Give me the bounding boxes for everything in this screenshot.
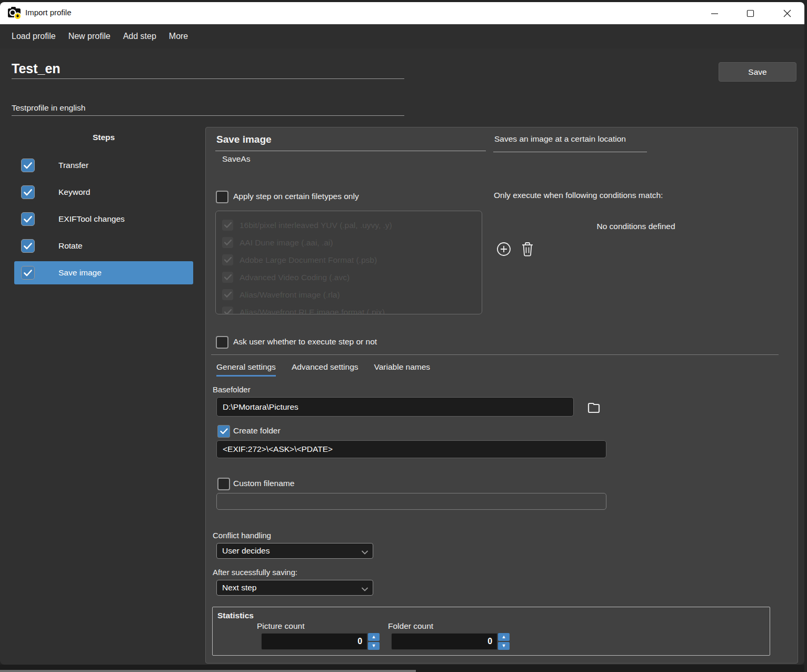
step-editor-panel: Save image SaveAs Saves an image at a ce… <box>205 127 798 664</box>
picture-count-spinner: 0 ▲ ▼ <box>261 633 380 650</box>
menu-more[interactable]: More <box>169 32 188 41</box>
step-label-keyword: Keyword <box>58 187 90 197</box>
apply-filetypes-checkbox[interactable] <box>216 191 228 203</box>
step-row-save-image[interactable]: Save image <box>14 261 193 284</box>
folder-pattern-input[interactable]: <EXIF:272>\<ASK>\<PDATE> <box>216 440 606 458</box>
filetype-item: AAI Dune image (.aai, .ai) <box>222 234 482 251</box>
step-label-save-image: Save image <box>58 268 102 278</box>
tab-advanced-settings[interactable]: Advanced settings <box>292 362 358 377</box>
filetype-item: Alias/Wavefront image (.rla) <box>222 286 482 303</box>
titlebar: Import profile <box>0 2 804 24</box>
close-button[interactable] <box>775 2 799 24</box>
ask-user-label: Ask user whether to execute step or not <box>233 337 377 347</box>
delete-condition-button[interactable] <box>520 241 535 257</box>
profile-description-input[interactable]: Testprofile in english <box>12 100 404 116</box>
conflict-handling-select[interactable]: User decides <box>216 543 373 559</box>
step-checkbox-transfer[interactable] <box>21 159 35 172</box>
tab-general-settings[interactable]: General settings <box>216 362 276 377</box>
filetype-item: Alias/Wavefront RLE image format (.pix) <box>222 303 482 314</box>
desktop-background-right <box>804 0 807 672</box>
folder-count-down-button[interactable]: ▼ <box>498 642 510 650</box>
conflict-handling-value: User decides <box>222 546 270 556</box>
step-row-keyword[interactable]: Keyword <box>14 181 193 204</box>
ask-user-checkbox[interactable] <box>216 336 228 349</box>
spin-down-icon: ▼ <box>502 644 506 648</box>
statistics-groupbox: Statistics Picture count 0 ▲ ▼ Folder co… <box>212 607 770 656</box>
create-folder-label: Create folder <box>233 426 281 436</box>
step-label-exiftool-changes: EXIFTool changes <box>58 214 125 224</box>
tab-variable-names[interactable]: Variable names <box>374 362 431 377</box>
taskbar-edge <box>0 670 416 672</box>
step-checkbox-rotate[interactable] <box>21 239 35 253</box>
picture-count-input[interactable]: 0 <box>261 633 367 650</box>
filetype-item: Advanced Video Coding (.avc) <box>222 269 482 286</box>
filetype-checkbox <box>222 307 233 314</box>
chevron-down-icon <box>361 585 368 594</box>
step-checkbox-keyword[interactable] <box>21 185 35 199</box>
statistics-title: Statistics <box>217 611 254 620</box>
custom-filename-label: Custom filename <box>233 479 294 488</box>
app-window: Import profile Load profile New profile … <box>0 2 804 665</box>
custom-filename-input <box>216 493 606 510</box>
settings-divider <box>211 354 779 355</box>
menu-new-profile[interactable]: New profile <box>68 32 111 41</box>
filetype-checkbox <box>222 289 233 300</box>
filetype-checkbox <box>222 220 233 231</box>
basefolder-label: Basefolder <box>213 385 251 394</box>
chevron-down-icon <box>361 548 368 557</box>
menu-add-step[interactable]: Add step <box>123 32 156 41</box>
step-checkbox-save-image[interactable] <box>21 266 35 280</box>
step-type-label: SaveAs <box>222 154 250 164</box>
filetype-item: 16bit/pixel interleaved YUV (.pal, .uyvy… <box>222 216 482 234</box>
conditions-empty-text: No conditions defined <box>494 222 778 231</box>
menubar: Load profile New profile Add step More <box>0 24 804 48</box>
steps-header: Steps <box>14 133 193 142</box>
steps-panel: Steps Transfer Keyword EXIFTool changes … <box>14 133 193 288</box>
settings-tabs: General settings Advanced settings Varia… <box>216 362 430 377</box>
spin-up-icon: ▲ <box>502 635 506 639</box>
menu-load-profile[interactable]: Load profile <box>12 32 56 41</box>
add-condition-button[interactable] <box>496 241 512 257</box>
custom-filename-checkbox[interactable] <box>217 478 230 490</box>
step-description: Saves an image at a certain location <box>494 134 648 144</box>
step-title-underline <box>215 151 486 151</box>
window-title: Import profile <box>25 8 72 17</box>
filetype-list: 16bit/pixel interleaved YUV (.pal, .uyvy… <box>215 211 482 314</box>
step-label-rotate: Rotate <box>58 241 83 251</box>
folder-count-up-button[interactable]: ▲ <box>498 633 510 641</box>
folder-count-spinner: 0 ▲ ▼ <box>391 633 510 650</box>
spin-up-icon: ▲ <box>372 635 376 639</box>
profile-name-input[interactable]: Test_en <box>12 58 404 79</box>
after-save-select[interactable]: Next step <box>216 580 373 596</box>
filetype-checkbox <box>222 254 233 265</box>
filetype-checkbox <box>222 272 233 283</box>
step-row-exiftool-changes[interactable]: EXIFTool changes <box>14 207 193 231</box>
step-label-transfer: Transfer <box>58 161 88 170</box>
maximize-button[interactable] <box>738 2 762 24</box>
conditions-heading: Only execute when following conditions m… <box>494 191 663 200</box>
basefolder-input[interactable]: D:\PMortara\Pictures <box>216 397 574 417</box>
filetype-item: Adobe Large Document Format (.psb) <box>222 251 482 269</box>
spin-down-icon: ▼ <box>372 644 376 648</box>
after-save-label: After sucessfully saving: <box>213 568 297 577</box>
picture-count-label: Picture count <box>257 621 304 631</box>
picture-count-down-button[interactable]: ▼ <box>368 642 380 650</box>
minimize-button[interactable] <box>702 2 726 24</box>
after-save-value: Next step <box>222 583 256 592</box>
save-button[interactable]: Save <box>719 62 796 82</box>
step-title-input[interactable]: Save image <box>216 134 272 145</box>
step-row-rotate[interactable]: Rotate <box>14 234 193 258</box>
conflict-handling-label: Conflict handling <box>213 531 271 540</box>
picture-count-up-button[interactable]: ▲ <box>368 633 380 641</box>
step-description-underline <box>493 152 647 152</box>
create-folder-checkbox[interactable] <box>217 425 230 438</box>
browse-folder-button[interactable] <box>586 399 602 415</box>
app-camera-icon <box>7 6 22 20</box>
step-row-transfer[interactable]: Transfer <box>14 154 193 177</box>
folder-count-input[interactable]: 0 <box>391 633 497 650</box>
folder-count-label: Folder count <box>388 621 433 631</box>
filetype-checkbox <box>222 237 233 248</box>
step-checkbox-exiftool-changes[interactable] <box>21 212 35 226</box>
apply-filetypes-label: Apply step on certain filetypes only <box>233 192 359 201</box>
